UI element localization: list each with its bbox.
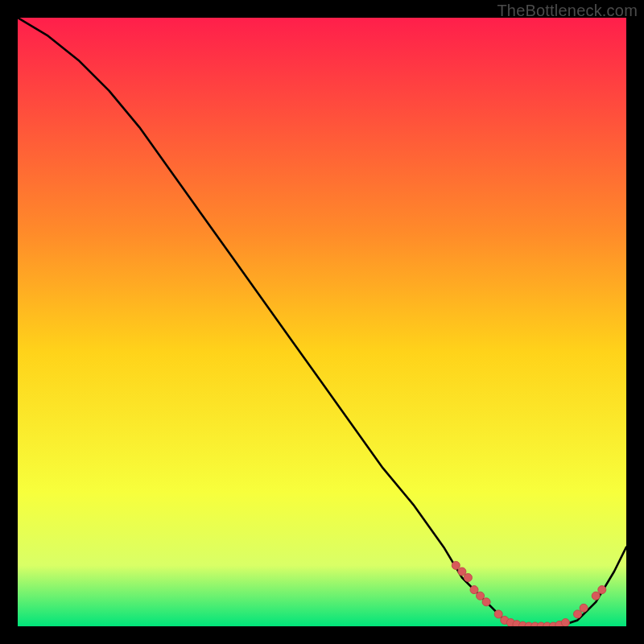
gradient-background bbox=[18, 18, 626, 626]
bottleneck-chart bbox=[18, 18, 626, 626]
curve-marker bbox=[580, 604, 588, 612]
curve-marker bbox=[592, 592, 600, 600]
curve-marker bbox=[464, 574, 472, 582]
curve-marker bbox=[452, 561, 460, 569]
curve-marker bbox=[458, 568, 466, 576]
curve-marker bbox=[598, 586, 606, 594]
chart-frame: TheBottleneck.com bbox=[0, 0, 644, 644]
curve-marker bbox=[477, 592, 485, 600]
curve-marker bbox=[482, 598, 490, 606]
curve-marker bbox=[574, 610, 582, 618]
curve-marker bbox=[561, 619, 569, 627]
curve-marker bbox=[494, 610, 502, 618]
plot-area bbox=[18, 18, 626, 626]
curve-marker bbox=[470, 586, 478, 594]
